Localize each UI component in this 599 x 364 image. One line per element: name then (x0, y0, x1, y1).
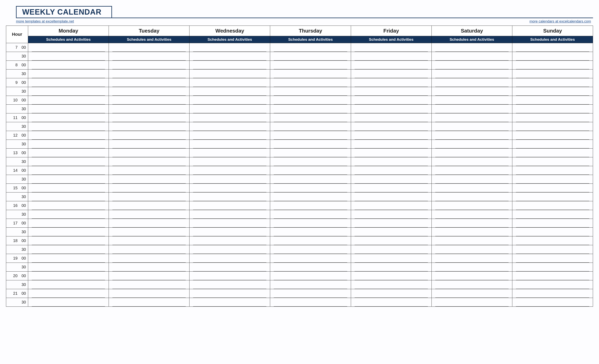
schedule-slot[interactable] (189, 254, 270, 263)
schedule-slot[interactable] (432, 201, 512, 210)
schedule-slot[interactable] (512, 105, 593, 113)
schedule-slot[interactable] (28, 210, 109, 219)
schedule-slot[interactable] (432, 157, 512, 166)
schedule-slot[interactable] (189, 210, 270, 219)
schedule-slot[interactable] (270, 166, 351, 175)
schedule-slot[interactable] (351, 113, 432, 122)
schedule-slot[interactable] (109, 245, 189, 254)
schedule-slot[interactable] (109, 210, 189, 219)
schedule-slot[interactable] (109, 96, 189, 105)
schedule-slot[interactable] (270, 43, 351, 52)
schedule-slot[interactable] (189, 193, 270, 201)
schedule-slot[interactable] (28, 113, 109, 122)
schedule-slot[interactable] (109, 70, 189, 78)
schedule-slot[interactable] (351, 236, 432, 245)
schedule-slot[interactable] (189, 131, 270, 140)
schedule-slot[interactable] (270, 184, 351, 193)
schedule-slot[interactable] (189, 219, 270, 228)
schedule-slot[interactable] (432, 175, 512, 184)
schedule-slot[interactable] (270, 289, 351, 298)
schedule-slot[interactable] (28, 263, 109, 272)
schedule-slot[interactable] (270, 272, 351, 280)
schedule-slot[interactable] (109, 201, 189, 210)
schedule-slot[interactable] (432, 280, 512, 289)
schedule-slot[interactable] (189, 113, 270, 122)
schedule-slot[interactable] (28, 131, 109, 140)
schedule-slot[interactable] (28, 184, 109, 193)
schedule-slot[interactable] (432, 193, 512, 201)
schedule-slot[interactable] (28, 219, 109, 228)
schedule-slot[interactable] (512, 96, 593, 105)
schedule-slot[interactable] (270, 87, 351, 96)
schedule-slot[interactable] (432, 140, 512, 149)
schedule-slot[interactable] (189, 61, 270, 70)
link-more-templates[interactable]: more templates at exceltemplate.net (16, 19, 74, 24)
schedule-slot[interactable] (512, 61, 593, 70)
schedule-slot[interactable] (270, 61, 351, 70)
schedule-slot[interactable] (351, 131, 432, 140)
schedule-slot[interactable] (270, 52, 351, 61)
schedule-slot[interactable] (351, 245, 432, 254)
schedule-slot[interactable] (109, 61, 189, 70)
schedule-slot[interactable] (432, 87, 512, 96)
schedule-slot[interactable] (109, 219, 189, 228)
schedule-slot[interactable] (28, 280, 109, 289)
schedule-slot[interactable] (28, 254, 109, 263)
schedule-slot[interactable] (270, 254, 351, 263)
schedule-slot[interactable] (270, 157, 351, 166)
schedule-slot[interactable] (270, 280, 351, 289)
schedule-slot[interactable] (28, 228, 109, 236)
schedule-slot[interactable] (28, 70, 109, 78)
schedule-slot[interactable] (512, 201, 593, 210)
schedule-slot[interactable] (512, 87, 593, 96)
schedule-slot[interactable] (351, 96, 432, 105)
schedule-slot[interactable] (189, 228, 270, 236)
schedule-slot[interactable] (109, 52, 189, 61)
schedule-slot[interactable] (270, 219, 351, 228)
schedule-slot[interactable] (28, 175, 109, 184)
schedule-slot[interactable] (432, 52, 512, 61)
schedule-slot[interactable] (270, 245, 351, 254)
schedule-slot[interactable] (351, 280, 432, 289)
schedule-slot[interactable] (28, 298, 109, 307)
schedule-slot[interactable] (109, 87, 189, 96)
schedule-slot[interactable] (512, 157, 593, 166)
schedule-slot[interactable] (28, 122, 109, 131)
schedule-slot[interactable] (351, 122, 432, 131)
schedule-slot[interactable] (351, 228, 432, 236)
schedule-slot[interactable] (512, 43, 593, 52)
schedule-slot[interactable] (351, 210, 432, 219)
schedule-slot[interactable] (109, 43, 189, 52)
schedule-slot[interactable] (270, 298, 351, 307)
schedule-slot[interactable] (109, 166, 189, 175)
schedule-slot[interactable] (432, 245, 512, 254)
schedule-slot[interactable] (351, 140, 432, 149)
schedule-slot[interactable] (432, 228, 512, 236)
schedule-slot[interactable] (351, 263, 432, 272)
schedule-slot[interactable] (512, 272, 593, 280)
schedule-slot[interactable] (109, 193, 189, 201)
schedule-slot[interactable] (270, 201, 351, 210)
schedule-slot[interactable] (351, 61, 432, 70)
schedule-slot[interactable] (432, 105, 512, 113)
schedule-slot[interactable] (432, 70, 512, 78)
schedule-slot[interactable] (189, 122, 270, 131)
schedule-slot[interactable] (189, 166, 270, 175)
schedule-slot[interactable] (270, 175, 351, 184)
schedule-slot[interactable] (351, 43, 432, 52)
schedule-slot[interactable] (351, 272, 432, 280)
schedule-slot[interactable] (189, 175, 270, 184)
schedule-slot[interactable] (28, 289, 109, 298)
schedule-slot[interactable] (432, 289, 512, 298)
schedule-slot[interactable] (28, 87, 109, 96)
schedule-slot[interactable] (109, 149, 189, 157)
schedule-slot[interactable] (512, 78, 593, 87)
schedule-slot[interactable] (351, 166, 432, 175)
schedule-slot[interactable] (512, 52, 593, 61)
schedule-slot[interactable] (351, 219, 432, 228)
schedule-slot[interactable] (351, 289, 432, 298)
schedule-slot[interactable] (512, 175, 593, 184)
schedule-slot[interactable] (351, 149, 432, 157)
schedule-slot[interactable] (432, 254, 512, 263)
schedule-slot[interactable] (270, 70, 351, 78)
